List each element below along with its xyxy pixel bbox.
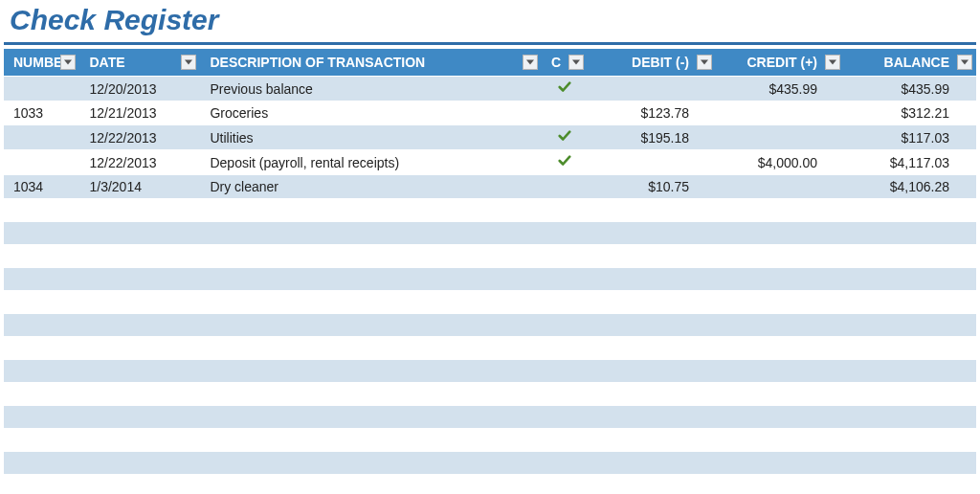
cell-balance[interactable]	[844, 337, 976, 360]
filter-credit-button[interactable]	[825, 55, 840, 70]
filter-number-button[interactable]	[60, 55, 76, 70]
cell-debit[interactable]	[588, 199, 716, 222]
cell-credit[interactable]	[716, 337, 844, 360]
cell-cleared[interactable]	[542, 314, 588, 337]
cell-credit[interactable]: $435.99	[716, 77, 844, 101]
cell-credit[interactable]	[716, 406, 844, 429]
cell-cleared[interactable]	[542, 222, 588, 245]
col-cleared[interactable]: C	[542, 49, 588, 77]
cell-balance[interactable]	[844, 360, 976, 383]
cell-number[interactable]	[4, 429, 79, 452]
cell-balance[interactable]	[844, 222, 976, 245]
cell-balance[interactable]	[844, 199, 976, 222]
col-date[interactable]: DATE	[79, 49, 200, 77]
table-row[interactable]	[4, 199, 976, 222]
filter-date-button[interactable]	[181, 55, 196, 70]
cell-cleared[interactable]	[542, 475, 588, 495]
col-description[interactable]: DESCRIPTION OF TRANSACTION	[200, 49, 542, 77]
cell-cleared[interactable]	[542, 268, 588, 291]
cell-number[interactable]	[4, 452, 79, 475]
cell-credit[interactable]	[716, 175, 844, 199]
cell-debit[interactable]	[588, 268, 716, 291]
cell-cleared[interactable]	[542, 360, 588, 383]
table-row[interactable]: 12/20/2013Previous balance$435.99$435.99	[4, 77, 976, 101]
cell-cleared[interactable]	[542, 175, 588, 199]
cell-balance[interactable]	[844, 383, 976, 406]
cell-balance[interactable]	[844, 452, 976, 475]
cell-date[interactable]	[79, 383, 200, 406]
cell-balance[interactable]: $117.03	[844, 125, 976, 150]
cell-description[interactable]: Dry cleaner	[200, 175, 542, 199]
cell-description[interactable]	[200, 383, 542, 406]
cell-number[interactable]	[4, 245, 79, 268]
cell-number[interactable]	[4, 314, 79, 337]
cell-debit[interactable]	[588, 337, 716, 360]
cell-number[interactable]: 1033	[4, 101, 79, 125]
table-row[interactable]: 103312/21/2013Groceries$123.78$312.21	[4, 101, 976, 125]
cell-description[interactable]	[200, 268, 542, 291]
filter-debit-button[interactable]	[697, 55, 712, 70]
cell-date[interactable]	[79, 452, 200, 475]
cell-credit[interactable]	[716, 222, 844, 245]
cell-debit[interactable]	[588, 360, 716, 383]
cell-number[interactable]	[4, 222, 79, 245]
cell-debit[interactable]	[588, 383, 716, 406]
cell-debit[interactable]: $10.75	[588, 175, 716, 199]
cell-cleared[interactable]	[542, 429, 588, 452]
cell-debit[interactable]	[588, 429, 716, 452]
col-credit[interactable]: CREDIT (+)	[716, 49, 844, 77]
cell-date[interactable]	[79, 406, 200, 429]
cell-credit[interactable]	[716, 199, 844, 222]
cell-date[interactable]	[79, 199, 200, 222]
filter-balance-button[interactable]	[957, 55, 972, 70]
cell-number[interactable]	[4, 199, 79, 222]
cell-description[interactable]	[200, 429, 542, 452]
cell-date[interactable]	[79, 360, 200, 383]
cell-debit[interactable]	[588, 452, 716, 475]
cell-date[interactable]	[79, 314, 200, 337]
table-row[interactable]	[4, 268, 976, 291]
col-debit[interactable]: DEBIT (-)	[588, 49, 716, 77]
cell-number[interactable]	[4, 337, 79, 360]
cell-credit[interactable]	[716, 475, 844, 495]
cell-cleared[interactable]	[542, 199, 588, 222]
table-row[interactable]	[4, 337, 976, 360]
table-row[interactable]: 10341/3/2014Dry cleaner$10.75$4,106.28	[4, 175, 976, 199]
cell-balance[interactable]	[844, 314, 976, 337]
cell-balance[interactable]	[844, 429, 976, 452]
cell-credit[interactable]: $4,000.00	[716, 150, 844, 175]
cell-number[interactable]	[4, 77, 79, 101]
cell-debit[interactable]	[588, 222, 716, 245]
cell-description[interactable]	[200, 360, 542, 383]
cell-number[interactable]	[4, 360, 79, 383]
cell-balance[interactable]	[844, 268, 976, 291]
table-row[interactable]: 12/22/2013Utilities$195.18$117.03	[4, 125, 976, 150]
cell-number[interactable]	[4, 150, 79, 175]
table-row[interactable]	[4, 245, 976, 268]
cell-date[interactable]: 1/3/2014	[79, 175, 200, 199]
cell-date[interactable]	[79, 337, 200, 360]
cell-credit[interactable]	[716, 101, 844, 125]
cell-cleared[interactable]	[542, 125, 588, 150]
table-row[interactable]	[4, 452, 976, 475]
cell-credit[interactable]	[716, 245, 844, 268]
cell-description[interactable]	[200, 291, 542, 314]
table-row[interactable]	[4, 222, 976, 245]
col-balance[interactable]: BALANCE	[844, 49, 976, 77]
cell-credit[interactable]	[716, 452, 844, 475]
table-row[interactable]	[4, 383, 976, 406]
cell-balance[interactable]: $312.21	[844, 101, 976, 125]
cell-description[interactable]	[200, 452, 542, 475]
cell-description[interactable]	[200, 475, 542, 495]
cell-balance[interactable]	[844, 475, 976, 495]
cell-credit[interactable]	[716, 383, 844, 406]
cell-description[interactable]	[200, 222, 542, 245]
cell-number[interactable]: 1034	[4, 175, 79, 199]
cell-date[interactable]	[79, 245, 200, 268]
cell-description[interactable]: Deposit (payroll, rental receipts)	[200, 150, 542, 175]
cell-debit[interactable]: $123.78	[588, 101, 716, 125]
cell-cleared[interactable]	[542, 101, 588, 125]
cell-description[interactable]	[200, 406, 542, 429]
cell-debit[interactable]	[588, 77, 716, 101]
cell-debit[interactable]	[588, 291, 716, 314]
